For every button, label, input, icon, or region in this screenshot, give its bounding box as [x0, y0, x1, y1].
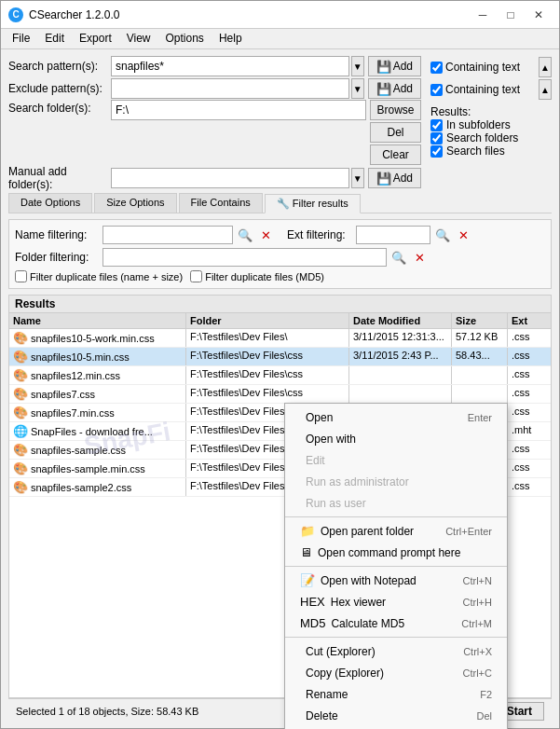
filter-section: Name filtering: 🔍 ✕ Ext filtering: 🔍 ✕ F… [8, 219, 552, 289]
in-subfolders-checkbox[interactable] [430, 119, 443, 131]
maximize-button[interactable]: □ [498, 6, 524, 24]
name-filter-label: Name filtering: [15, 228, 99, 241]
context-menu-item-shortcut: Enter [468, 412, 492, 423]
context-menu-item-label: Open with [300, 432, 356, 446]
dedup2-checkbox[interactable] [190, 270, 202, 282]
file-icon: 🎨 [13, 350, 28, 364]
tab-size-options[interactable]: Size Options [94, 193, 176, 213]
cell-name: 🎨 snapfiles-sample2.css [9, 478, 186, 496]
cell-size [452, 385, 508, 403]
col-header-size[interactable]: Size [452, 313, 508, 328]
exclude-pattern-dropdown[interactable]: ▼ [351, 78, 364, 99]
title-bar: C CSearcher 1.2.0.0 ─ □ ✕ [1, 1, 559, 29]
menu-file[interactable]: File [5, 31, 37, 47]
tab-date-options[interactable]: Date Options [8, 193, 92, 213]
manual-add-label: Manual add folder(s): [8, 165, 111, 191]
context-menu-item[interactable]: 📝Open with Notepad Ctrl+N [285, 570, 507, 591]
file-icon: 🎨 [13, 461, 28, 475]
containing-text-1-arrow[interactable]: ▲ [539, 57, 552, 77]
window-controls: ─ □ ✕ [470, 6, 552, 24]
cell-date: 3/11/2015 12:31:3... [349, 329, 452, 347]
context-menu-item[interactable]: Cut (Explorer) Ctrl+X [285, 640, 507, 662]
table-row[interactable]: 🎨 snapfiles12.min.css F:\Testfiles\Dev F… [9, 366, 551, 385]
menu-bar: File Edit Export View Options Help [1, 29, 559, 49]
context-menu-item-label: Copy (Explorer) [300, 666, 384, 680]
folder-search-icon[interactable]: 🔍 [390, 249, 407, 266]
name-clear-icon[interactable]: ✕ [257, 227, 274, 243]
cell-name: 🎨 snapfiles-sample.css [9, 441, 186, 459]
file-icon: 🎨 [13, 443, 28, 457]
menu-view[interactable]: View [119, 31, 158, 47]
search-pattern-add-button[interactable]: 💾 Add [368, 56, 421, 76]
context-menu-item-shortcut: Del [476, 710, 492, 722]
manual-add-input[interactable] [111, 168, 349, 188]
name-search-icon[interactable]: 🔍 [237, 227, 253, 243]
tab-filter-results[interactable]: 🔧 Filter results [265, 194, 361, 213]
context-menu-item[interactable]: HEXHex viewer Ctrl+H [285, 591, 507, 612]
ext-search-icon[interactable]: 🔍 [434, 227, 451, 243]
tabs-bar: Date Options Size Options File Contains … [8, 193, 552, 213]
menu-export[interactable]: Export [72, 31, 119, 47]
folder-filter-input[interactable] [102, 248, 387, 267]
context-menu-item-icon: HEX [300, 595, 325, 609]
manual-add-dropdown[interactable]: ▼ [351, 168, 364, 188]
tab-file-contains[interactable]: File Contains [179, 193, 263, 213]
search-pattern-label: Search pattern(s): [8, 60, 111, 73]
menu-edit[interactable]: Edit [37, 31, 72, 47]
context-menu-item[interactable]: 🖥Open command prompt here [285, 542, 507, 563]
context-menu-item[interactable]: 📁Open parent folder Ctrl+Enter [285, 520, 507, 542]
dedup2-check: Filter duplicate files (MD5) [190, 270, 324, 282]
clear-button[interactable]: Clear [370, 144, 421, 165]
results-header: Results [9, 296, 551, 313]
context-menu-item[interactable]: MD5Calculate MD5 Ctrl+M [285, 612, 507, 634]
cell-date: 3/11/2015 2:43 P... [349, 348, 452, 365]
containing-text-2-arrow[interactable]: ▲ [539, 79, 552, 100]
context-menu-item[interactable]: Open with [285, 428, 507, 449]
search-folders-checkbox[interactable] [430, 132, 443, 144]
search-pattern-dropdown[interactable]: ▼ [351, 56, 364, 76]
context-menu-item[interactable]: Delete Del [285, 705, 507, 726]
minimize-button[interactable]: ─ [470, 6, 496, 24]
name-filter-input[interactable] [102, 226, 233, 244]
del-button[interactable]: Del [370, 122, 421, 143]
context-menu-item[interactable]: Open Enter [285, 406, 507, 428]
col-header-ext[interactable]: Ext [508, 313, 545, 328]
cell-name: 🎨 snapfiles12.min.css [9, 366, 186, 384]
search-folders-row: Search folders [430, 131, 552, 144]
ext-clear-icon[interactable]: ✕ [455, 227, 471, 243]
context-menu-item-shortcut: Ctrl+C [463, 667, 492, 679]
context-menu-item: Run as administrator [285, 471, 507, 492]
containing-text-2-checkbox[interactable] [430, 84, 443, 96]
table-row[interactable]: 🎨 snapfiles10-5-work.min.css F:\Testfile… [9, 329, 551, 348]
dedup1-checkbox[interactable] [15, 270, 27, 282]
browse-button[interactable]: Browse [370, 100, 421, 120]
col-header-name[interactable]: Name [9, 313, 186, 328]
col-header-date[interactable]: Date Modified [349, 313, 452, 328]
search-folder-list[interactable]: F:\ [111, 100, 366, 120]
context-menu: Open Enter Open with Edit Run as adminis… [284, 403, 508, 729]
table-row[interactable]: 🎨 snapfiles10-5.min.css F:\Testfiles\Dev… [9, 348, 551, 366]
context-menu-item-label: Edit [300, 453, 325, 467]
menu-help[interactable]: Help [212, 31, 250, 47]
context-menu-item-label: 📁Open parent folder [300, 524, 414, 538]
search-folders-label: Search folders [446, 131, 518, 144]
manual-add-button[interactable]: 💾 Add [368, 168, 421, 188]
context-menu-item[interactable]: Rename F2 [285, 683, 507, 705]
cell-size: 57.12 KB [452, 329, 508, 347]
context-menu-item[interactable]: Copy (Explorer) Ctrl+C [285, 662, 507, 683]
in-subfolders-row: In subfolders [430, 118, 552, 131]
exclude-pattern-input[interactable] [111, 78, 349, 99]
exclude-pattern-add-button[interactable]: 💾 Add [368, 78, 421, 99]
status-text: Selected 1 of 18 objects, Size: 58.43 KB [16, 706, 198, 717]
menu-options[interactable]: Options [158, 31, 212, 47]
col-header-folder[interactable]: Folder [186, 313, 349, 328]
main-window: C CSearcher 1.2.0.0 ─ □ ✕ File Edit Expo… [0, 0, 560, 729]
search-files-checkbox[interactable] [430, 145, 443, 158]
containing-text-1-checkbox[interactable] [430, 62, 443, 74]
cell-size [452, 366, 508, 384]
close-button[interactable]: ✕ [526, 6, 552, 24]
table-row[interactable]: 🎨 snapfiles7.css F:\Testfiles\Dev Files\… [9, 385, 551, 404]
folder-clear-icon[interactable]: ✕ [411, 249, 428, 266]
ext-filter-input[interactable] [356, 226, 430, 244]
search-pattern-input[interactable] [111, 56, 349, 76]
